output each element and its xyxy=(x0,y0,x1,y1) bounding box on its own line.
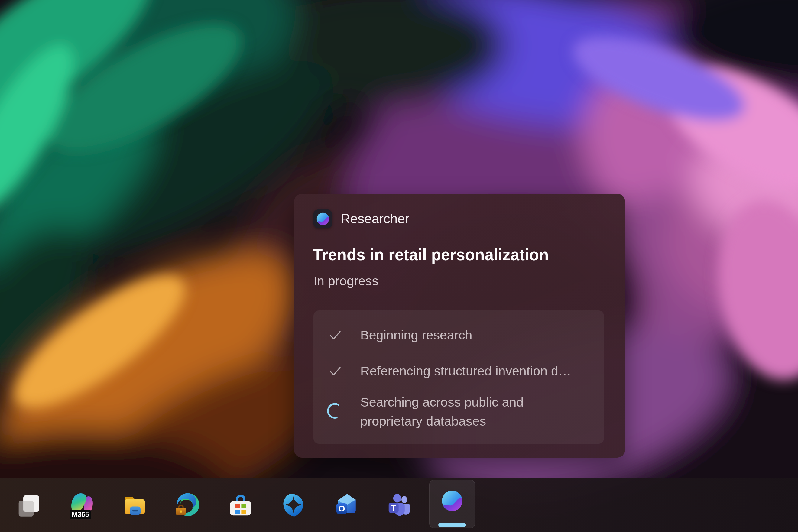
teams-letter: T xyxy=(391,503,396,512)
progress-steps-panel: Beginning research Referencing structure… xyxy=(314,310,604,444)
taskbar: M365 xyxy=(0,478,798,532)
step-label: Beginning research xyxy=(360,326,572,345)
check-icon xyxy=(327,363,343,379)
store-icon xyxy=(227,492,254,519)
outlook-letter: O xyxy=(339,504,345,513)
researcher-app-icon xyxy=(314,209,332,228)
active-indicator xyxy=(438,523,466,527)
researcher-swirl-icon xyxy=(316,212,330,226)
m365-badge: M365 xyxy=(70,510,91,519)
taskbar-item-teams[interactable]: T xyxy=(377,478,422,532)
taskbar-item-outlook[interactable]: O xyxy=(324,478,369,532)
taskbar-item-m365-copilot[interactable]: M365 xyxy=(59,478,104,532)
step-label: Referencing structured invention d… xyxy=(360,362,572,381)
outlook-icon: O xyxy=(333,492,360,519)
card-header: Researcher xyxy=(314,209,409,228)
spinner-icon xyxy=(326,402,344,420)
task-status: In progress xyxy=(314,273,378,288)
check-icon xyxy=(327,327,343,343)
researcher-taskbar-icon xyxy=(441,489,464,512)
taskbar-item-task-view[interactable] xyxy=(6,478,52,532)
taskbar-item-store[interactable] xyxy=(218,478,263,532)
file-explorer-icon xyxy=(121,492,148,519)
task-title: Trends in retail personalization xyxy=(313,245,549,264)
taskbar-item-copilot-chat[interactable] xyxy=(271,478,316,532)
copilot-chat-icon xyxy=(280,492,307,519)
step-label: Searching across public and proprietary … xyxy=(360,393,572,431)
taskbar-item-file-explorer[interactable] xyxy=(112,478,157,532)
taskbar-item-edge[interactable] xyxy=(165,478,210,532)
app-name: Researcher xyxy=(341,211,409,226)
edge-icon xyxy=(174,492,201,519)
taskbar-item-researcher[interactable] xyxy=(429,480,475,528)
task-view-icon xyxy=(15,492,43,519)
teams-icon: T xyxy=(386,492,413,519)
researcher-progress-card: Researcher Trends in retail personalizat… xyxy=(294,194,625,458)
